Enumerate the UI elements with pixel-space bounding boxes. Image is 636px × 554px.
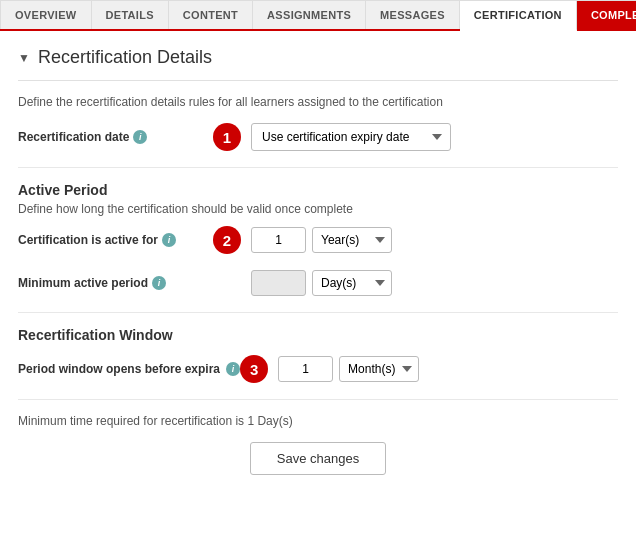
tab-overview[interactable]: OVERVIEW [0,0,92,29]
min-active-value-input[interactable] [251,270,306,296]
step-badge-1: 1 [213,123,241,151]
min-active-info-icon[interactable]: i [152,276,166,290]
period-window-info-icon[interactable]: i [226,362,240,376]
footer-note: Minimum time required for recertificatio… [18,414,618,428]
period-window-controls: Day(s) Week(s) Month(s) Year(s) [278,356,419,382]
cert-active-row: Certification is active for i 2 Day(s) W… [18,226,618,254]
section-header: ▼ Recertification Details [18,47,618,81]
tab-bar: OVERVIEW DETAILS CONTENT ASSIGNMENTS MES… [0,0,636,31]
recertification-date-row: Recertification date i 1 Use certificati… [18,123,618,151]
tabs-container: OVERVIEW DETAILS CONTENT ASSIGNMENTS MES… [0,0,636,31]
min-active-unit-select[interactable]: Day(s) Week(s) Month(s) Year(s) [312,270,392,296]
save-button[interactable]: Save changes [250,442,386,475]
step-badge-3: 3 [240,355,268,383]
main-content: ▼ Recertification Details Define the rec… [0,31,636,491]
tab-details[interactable]: DETAILS [92,0,169,29]
tab-messages[interactable]: MESSAGES [366,0,460,29]
min-active-label: Minimum active period i [18,276,213,290]
period-window-unit-select[interactable]: Day(s) Week(s) Month(s) Year(s) [339,356,419,382]
min-active-row: Minimum active period i Day(s) Week(s) M… [18,270,618,296]
recertification-date-controls: Use certification expiry date Use comple… [251,123,451,151]
tab-certification[interactable]: CERTIFICATION [460,0,577,31]
period-window-row: Period window opens before expira i 3 Da… [18,355,618,383]
section-description: Define the recertification details rules… [18,95,618,109]
period-window-value-input[interactable] [278,356,333,382]
min-active-controls: Day(s) Week(s) Month(s) Year(s) [251,270,392,296]
tab-completion[interactable]: COMPLETION [577,0,636,29]
collapse-arrow[interactable]: ▼ [18,51,30,65]
cert-active-value-input[interactable] [251,227,306,253]
recert-window-title: Recertification Window [18,327,618,343]
cert-active-label: Certification is active for i [18,233,213,247]
step-badge-2: 2 [213,226,241,254]
cert-active-info-icon[interactable]: i [162,233,176,247]
section-title: Recertification Details [38,47,212,68]
tab-assignments[interactable]: ASSIGNMENTS [253,0,366,29]
cert-active-controls: Day(s) Week(s) Month(s) Year(s) [251,227,392,253]
active-period-title: Active Period [18,182,618,198]
recertification-date-select[interactable]: Use certification expiry date Use comple… [251,123,451,151]
tab-content[interactable]: CONTENT [169,0,253,29]
cert-active-unit-select[interactable]: Day(s) Week(s) Month(s) Year(s) [312,227,392,253]
recertification-date-label: Recertification date i [18,130,213,144]
recertification-date-info-icon[interactable]: i [133,130,147,144]
period-window-label: Period window opens before expira i [18,362,240,376]
active-period-desc: Define how long the certification should… [18,202,618,216]
